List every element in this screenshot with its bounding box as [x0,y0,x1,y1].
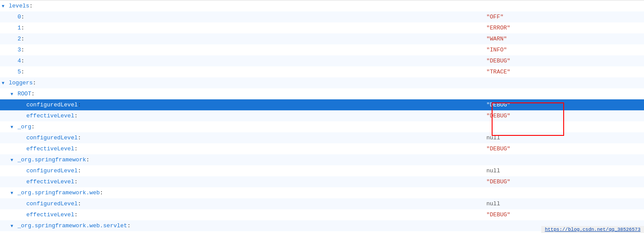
tree-value: "OFF" [486,14,504,20]
no-arrow: ▼ [19,146,26,152]
row-right: "DEBUG" [483,55,644,66]
colon: : [74,211,78,218]
colon: : [31,91,35,97]
tree-row[interactable]: ▼configuredLevel:null [0,132,644,143]
colon: : [78,200,81,207]
row-right: "DEBUG" [483,143,644,154]
row-left: ▼effectiveLevel: [0,176,483,187]
colon: : [21,47,25,53]
no-arrow: ▼ [11,58,18,64]
tree-key: effectiveLevel [26,113,74,119]
row-right: "DEBUG" [483,110,644,121]
colon: : [78,102,81,108]
row-right [483,77,644,88]
status-bar[interactable]: https://blog.csdn.net/qq_38526573 [541,226,644,233]
colon: : [31,124,35,130]
no-arrow: ▼ [19,113,26,119]
collapse-arrow-icon[interactable] [11,189,18,196]
tree-value: "WARN" [486,36,507,42]
tree-key: effectiveLevel [26,211,74,218]
colon: : [21,25,25,31]
tree-row[interactable]: ▼effectiveLevel:"DEBUG" [0,143,644,154]
tree-row[interactable]: ▼effectiveLevel:"DEBUG" [0,209,644,220]
colon: : [100,189,103,196]
row-right [483,187,644,198]
tree-key: _org [18,124,31,130]
row-left: ▼4: [0,55,483,66]
no-arrow: ▼ [19,178,26,185]
tree-value: "INFO" [486,47,507,53]
row-left: ▼effectiveLevel: [0,209,483,220]
row-right: "WARN" [483,33,644,44]
tree-row[interactable]: levels: [0,0,644,11]
tree-row[interactable]: _org.springframework.web: [0,187,644,198]
row-right [483,88,644,99]
tree-row[interactable]: ▼1:"ERROR" [0,22,644,33]
row-left: ▼3: [0,44,483,55]
row-right [483,0,644,11]
row-left: levels: [0,0,483,11]
tree-row[interactable]: ▼effectiveLevel:"DEBUG" [0,110,644,121]
tree-key: _org.springframework [18,157,86,163]
colon: : [86,157,90,163]
tree-value: "DEBUG" [486,113,511,119]
tree-container: levels:▼0:"OFF"▼1:"ERROR"▼2:"WARN"▼3:"IN… [0,0,644,233]
tree-key: 1 [18,25,21,31]
colon: : [29,3,33,9]
tree-row[interactable]: _org: [0,121,644,132]
tree-value: "ERROR" [486,25,511,31]
row-left: ▼2: [0,33,483,44]
row-left: ▼configuredLevel: [0,99,483,110]
tree-row[interactable]: ▼4:"DEBUG" [0,55,644,66]
row-right [483,121,644,132]
tree-row[interactable]: loggers: [0,77,644,88]
row-left: ▼effectiveLevel: [0,110,483,121]
colon: : [21,58,25,64]
collapse-arrow-icon[interactable] [11,222,18,229]
colon: : [21,69,25,75]
tree-row[interactable]: ▼configuredLevel:null [0,165,644,176]
tree-row[interactable]: ▼5:"TRACE" [0,66,644,77]
collapse-arrow-icon[interactable] [11,124,18,130]
tree-row[interactable]: _org.springframework: [0,154,644,165]
tree-row[interactable]: ▼configuredLevel:null [0,198,644,209]
tree-row[interactable]: ROOT: [0,88,644,99]
tree-key: 3 [18,47,21,53]
tree-key: levels [9,3,29,9]
tree-key: 2 [18,36,21,42]
tree-row[interactable]: ▼3:"INFO" [0,44,644,55]
row-left: loggers: [0,77,483,88]
row-right: "DEBUG" [483,99,644,110]
collapse-arrow-icon[interactable] [2,3,9,9]
row-left: ▼1: [0,22,483,33]
row-right: "INFO" [483,44,644,55]
tree-key: effectiveLevel [26,146,74,152]
row-left: ROOT: [0,88,483,99]
row-right: "OFF" [483,11,644,22]
tree-value: "DEBUG" [486,178,511,185]
row-right: "ERROR" [483,22,644,33]
tree-row[interactable]: ▼0:"OFF" [0,11,644,22]
collapse-arrow-icon[interactable] [11,157,18,163]
collapse-arrow-icon[interactable] [2,80,9,86]
tree-key: configuredLevel [26,135,78,141]
tree-key: _org.springframework.web [18,189,100,196]
colon: : [74,113,78,119]
row-left: _org.springframework: [0,154,483,165]
collapse-arrow-icon[interactable] [11,91,18,97]
row-right: "TRACE" [483,66,644,77]
colon: : [21,36,25,42]
row-right: "DEBUG" [483,209,644,220]
tree-value: null [486,200,500,207]
row-left: _org: [0,121,483,132]
row-left: ▼0: [0,11,483,22]
tree-value: "TRACE" [486,69,511,75]
tree-row[interactable]: ▼2:"WARN" [0,33,644,44]
tree-row[interactable]: ▼effectiveLevel:"DEBUG" [0,176,644,187]
tree-value: "DEBUG" [486,211,511,218]
tree-key: loggers [9,80,33,86]
tree-row[interactable]: ▼configuredLevel:"DEBUG" [0,99,644,110]
no-arrow: ▼ [11,69,18,75]
row-left: ▼configuredLevel: [0,132,483,143]
tree-key: _org.springframework.web.servlet [18,222,127,229]
